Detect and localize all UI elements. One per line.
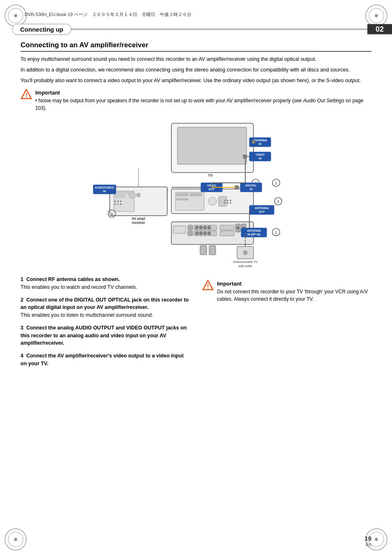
svg-rect-34 (176, 198, 189, 200)
svg-rect-81 (188, 225, 193, 230)
svg-point-5 (375, 14, 378, 17)
svg-text:!: ! (25, 92, 28, 99)
svg-point-8 (14, 538, 17, 541)
header-title-box: Connecting up (12, 24, 71, 35)
svg-point-63 (129, 192, 136, 198)
svg-point-39 (224, 202, 226, 204)
svg-text:Antenna/cable TV: Antenna/cable TV (233, 260, 258, 264)
svg-rect-94 (220, 231, 234, 236)
svg-point-36 (208, 197, 217, 205)
svg-rect-93 (220, 225, 234, 230)
svg-point-42 (230, 200, 231, 201)
important-box-right: ! Important Do not connect this recorder… (202, 281, 371, 303)
intro-paragraph-1: To enjoy multichannel surround sound you… (21, 55, 371, 63)
svg-point-11 (375, 538, 378, 541)
svg-point-40 (227, 200, 228, 201)
svg-rect-105 (209, 246, 216, 255)
meta-text: DVR-530H_EU.book 19 ページ ２００５年２月１４日 月曜日 午… (25, 12, 191, 18)
page-number: 19 (364, 535, 371, 542)
lang-label: En (364, 542, 371, 547)
chapter-badge: 02 (367, 24, 392, 35)
header-line (71, 29, 380, 30)
svg-text:AV amp/: AV amp/ (131, 216, 145, 221)
main-content: Connecting to an AV amplifier/receiver T… (21, 41, 371, 373)
diagram-area: TV ANTENNA IN VIDEO IN 1 (21, 119, 371, 268)
svg-text:receiver: receiver (132, 221, 145, 225)
svg-text:TV: TV (208, 173, 213, 177)
step-1-label: 1 Connect RF antenna cables as shown. (21, 276, 120, 282)
svg-text:IN: IN (259, 157, 262, 160)
svg-rect-60 (115, 195, 122, 198)
important-text-left: • Noise may be output from your speakers… (35, 97, 371, 112)
svg-rect-33 (176, 193, 189, 196)
svg-point-87 (208, 226, 211, 229)
svg-point-84 (195, 226, 198, 229)
svg-point-41 (227, 202, 228, 204)
steps-right: ! Important Do not connect this recorder… (202, 276, 371, 373)
svg-text:wall outlet: wall outlet (238, 264, 252, 267)
important-content-right: Important Do not connect this recorder t… (217, 281, 371, 303)
svg-rect-15 (178, 127, 247, 164)
svg-point-70 (120, 203, 122, 205)
steps-area: 1 Connect RF antenna cables as shown. Th… (21, 276, 371, 373)
svg-point-107 (243, 251, 247, 255)
svg-point-64 (136, 193, 141, 197)
intro-paragraph-2: In addition to a digital connection, we … (21, 66, 371, 74)
svg-text:ANTENNA: ANTENNA (247, 229, 261, 232)
svg-text:2: 2 (277, 200, 279, 204)
svg-point-85 (199, 226, 203, 229)
svg-text:IN: IN (259, 143, 262, 145)
svg-rect-21 (252, 140, 255, 144)
svg-point-90 (199, 232, 203, 235)
important-icon-left: ! (21, 89, 32, 100)
svg-point-89 (195, 232, 198, 235)
diagram-svg: TV ANTENNA IN VIDEO IN 1 (89, 119, 303, 268)
steps-left: 1 Connect RF antenna cables as shown. Th… (21, 276, 190, 373)
header-bar: Connecting up 02 (12, 23, 380, 36)
important-text-right: Do not connect this recorder to your TV … (217, 288, 371, 303)
svg-point-68 (114, 203, 116, 205)
page-wrapper: DVR-530H_EU.book 19 ページ ２００５年２月１４日 月曜日 午… (0, 0, 392, 555)
svg-point-97 (237, 227, 239, 229)
svg-text:IN (RF IN): IN (RF IN) (247, 233, 261, 236)
svg-point-38 (224, 200, 226, 201)
svg-text:1: 1 (275, 230, 277, 235)
svg-point-86 (203, 226, 207, 229)
important-icon-right: ! (202, 280, 214, 291)
svg-text:IN: IN (250, 188, 253, 191)
svg-point-66 (117, 200, 119, 202)
svg-rect-80 (173, 226, 186, 233)
svg-rect-35 (190, 193, 202, 196)
header-title: Connecting up (20, 26, 63, 33)
step-3-label: 3 Connect the analog AUDIO OUTPUT and VI… (21, 325, 187, 346)
section-title: Connecting to an AV amplifier/receiver (21, 41, 371, 52)
svg-point-91 (203, 232, 207, 235)
svg-text:3: 3 (111, 212, 113, 216)
svg-text:DIGITAL: DIGITAL (245, 184, 257, 187)
step-item-1: 1 Connect RF antenna cables as shown. Th… (21, 276, 190, 291)
svg-point-92 (208, 232, 211, 235)
svg-text:VIDEO: VIDEO (256, 153, 265, 156)
svg-text:IN: IN (103, 190, 106, 193)
important-title-left: Important (35, 90, 371, 96)
important-title-right: Important (217, 281, 371, 287)
svg-rect-82 (188, 231, 193, 236)
svg-text:1: 1 (275, 181, 277, 185)
step-2-detail: This enables you to listen to multichann… (21, 312, 153, 318)
corner-decoration-bl (3, 527, 28, 552)
svg-point-69 (117, 203, 119, 205)
svg-text:ANTENNA: ANTENNA (255, 207, 269, 210)
svg-point-43 (230, 202, 231, 204)
footer: 19 En (364, 535, 371, 547)
step-4-label: 4 Connect the AV amplifier/receiver's vi… (21, 353, 184, 366)
intro-paragraph-3: You'll probably also want to connect a v… (21, 76, 371, 85)
svg-text:!: ! (207, 283, 209, 290)
svg-rect-62 (123, 195, 125, 198)
svg-rect-104 (200, 246, 207, 255)
step-item-4: 4 Connect the AV amplifier/receiver's vi… (21, 352, 190, 368)
svg-point-65 (114, 200, 116, 202)
important-box-left: ! Important • Noise may be output from y… (21, 90, 371, 112)
svg-point-67 (120, 200, 122, 202)
svg-point-2 (14, 14, 17, 17)
svg-text:OUT: OUT (259, 210, 265, 213)
